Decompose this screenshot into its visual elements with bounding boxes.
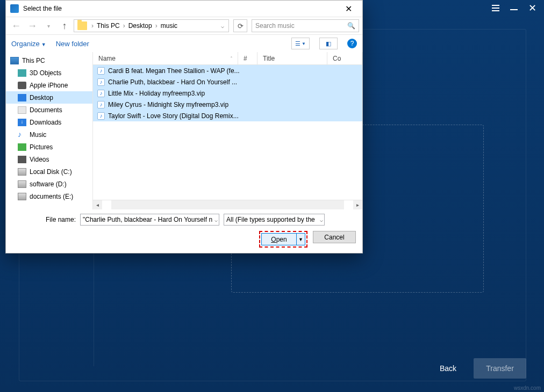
file-name: Little Mix - Holiday myfreemp3.vip: [108, 90, 205, 97]
tree-item-label: Downloads: [30, 119, 61, 126]
app-close-icon[interactable]: ✕: [528, 4, 536, 12]
nav-back-icon[interactable]: ←: [9, 19, 23, 33]
tree-item[interactable]: 3D Objects: [6, 67, 92, 79]
breadcrumb-dropdown-icon[interactable]: ⌵: [219, 23, 226, 29]
preview-pane-button[interactable]: ◧: [319, 38, 338, 49]
tree-item-label: Documents: [30, 106, 62, 114]
tree-item-label: 3D Objects: [30, 69, 61, 77]
search-input[interactable]: Search music 🔍: [252, 19, 359, 32]
watermark: wsxdn.com: [514, 385, 541, 391]
dialog-toolbar: Organize▼ New folder ☰▼ ◧ ?: [6, 35, 362, 52]
pc-icon: [10, 57, 19, 64]
file-row[interactable]: ♪Charlie Puth, blackbear - Hard On Yours…: [93, 76, 362, 88]
filetype-value: All (File types supported by the: [226, 216, 315, 223]
nav-up-icon[interactable]: ↑: [58, 19, 71, 33]
desk-icon: [18, 94, 26, 101]
tree-item[interactable]: ↓Downloads: [6, 116, 92, 128]
file-name: Charlie Puth, blackbear - Hard On Yourse…: [108, 78, 237, 86]
crumb-desktop[interactable]: Desktop: [126, 22, 154, 30]
file-name: Cardi B feat. Megan Thee Stallion - WAP …: [108, 67, 240, 75]
column-header-row: Nameˆ # Title Co: [93, 52, 362, 65]
column-co[interactable]: Co: [327, 52, 362, 64]
doc-icon: [18, 106, 26, 114]
filetype-dropdown-icon[interactable]: ⌵: [320, 217, 323, 223]
column-number[interactable]: #: [238, 52, 257, 64]
breadcrumb[interactable]: › This PC › Desktop › music ⌵: [74, 19, 229, 32]
column-name[interactable]: Nameˆ: [93, 52, 238, 64]
scroll-right-icon[interactable]: ▸: [353, 200, 362, 209]
nav-forward-icon[interactable]: →: [25, 19, 39, 33]
file-row[interactable]: ♪Taylor Swift - Love Story (Digital Dog …: [93, 110, 362, 121]
view-mode-button[interactable]: ☰▼: [291, 38, 310, 49]
tree-item-label: Videos: [30, 156, 49, 163]
refresh-button[interactable]: ⟳: [233, 19, 247, 32]
file-open-dialog: Select the file ✕ ← → ▾ ↑ › This PC › De…: [5, 0, 363, 253]
music-file-icon: ♪: [97, 101, 105, 108]
dialog-title: Select the file: [23, 5, 339, 12]
organize-menu[interactable]: Organize▼: [11, 40, 46, 48]
scroll-left-icon[interactable]: ◂: [93, 200, 102, 209]
column-title[interactable]: Title: [257, 52, 327, 64]
music-icon: ♪: [18, 131, 26, 139]
tree-item[interactable]: Documents: [6, 104, 92, 116]
new-folder-button[interactable]: New folder: [56, 40, 89, 48]
crumb-this-pc[interactable]: This PC: [95, 22, 122, 30]
help-button[interactable]: ?: [347, 39, 357, 48]
down-icon: ↓: [18, 119, 26, 126]
tree-item-label: Pictures: [30, 143, 53, 151]
horizontal-scrollbar[interactable]: ◂ ▸: [93, 200, 362, 209]
tree-item[interactable]: software (D:): [6, 178, 92, 190]
transfer-button[interactable]: Transfer: [474, 358, 526, 379]
filename-dropdown-icon[interactable]: ⌵: [214, 217, 218, 223]
tree-item[interactable]: Videos: [6, 153, 92, 165]
disk-icon: [18, 168, 26, 176]
cancel-button[interactable]: Cancel: [313, 231, 356, 243]
tree-item-label: Apple iPhone: [30, 82, 68, 89]
folder-tree[interactable]: This PC3D ObjectsApple iPhoneDesktopDocu…: [6, 52, 93, 209]
crumb-music[interactable]: music: [159, 22, 180, 30]
pic-icon: [18, 143, 26, 151]
disk-icon: [18, 180, 26, 188]
tree-item-label: Local Disk (C:): [30, 168, 72, 176]
vid-icon: [18, 156, 26, 163]
filetype-select[interactable]: All (File types supported by the ⌵: [224, 214, 325, 226]
filename-input[interactable]: "Charlie Puth, blackbear - Hard On Yours…: [80, 214, 219, 226]
nav-recent-dropdown[interactable]: ▾: [41, 19, 55, 33]
music-file-icon: ♪: [97, 67, 105, 75]
dialog-close-button[interactable]: ✕: [339, 1, 358, 16]
scroll-track[interactable]: [111, 200, 344, 209]
file-row[interactable]: ♪Little Mix - Holiday myfreemp3.vip: [93, 88, 362, 99]
filename-label: File name:: [11, 216, 76, 223]
file-name: Taylor Swift - Love Story (Digital Dog R…: [108, 112, 239, 120]
tree-item-label: This PC: [22, 57, 45, 64]
music-file-icon: ♪: [97, 112, 105, 120]
file-row[interactable]: ♪Cardi B feat. Megan Thee Stallion - WAP…: [93, 65, 362, 76]
app-titlebar: ✕: [484, 0, 544, 16]
list-view-icon[interactable]: [491, 4, 500, 12]
back-button[interactable]: Back: [430, 359, 466, 378]
open-button[interactable]: Open ▼: [261, 233, 305, 245]
tree-item-label: Music: [30, 131, 46, 139]
dialog-footer: File name: "Charlie Puth, blackbear - Ha…: [6, 209, 362, 253]
tree-item-label: documents (E:): [30, 193, 73, 200]
tree-item[interactable]: Apple iPhone: [6, 79, 92, 91]
dialog-app-icon: [10, 4, 19, 13]
filename-value: "Charlie Puth, blackbear - Hard On Yours…: [83, 216, 212, 223]
file-list-area: Nameˆ # Title Co ♪Cardi B feat. Megan Th…: [93, 52, 362, 209]
tree-item[interactable]: Desktop: [6, 91, 92, 104]
open-dropdown-icon[interactable]: ▼: [296, 234, 305, 245]
music-file-icon: ♪: [97, 90, 105, 97]
folder-icon: [77, 21, 87, 30]
dialog-titlebar: Select the file ✕: [6, 1, 362, 17]
tree-item-label: software (D:): [30, 180, 67, 188]
tree-item[interactable]: Pictures: [6, 141, 92, 153]
tree-item[interactable]: Local Disk (C:): [6, 165, 92, 178]
tree-item[interactable]: ♪Music: [6, 128, 92, 141]
open-button-highlight: Open ▼: [259, 231, 307, 248]
minimize-icon[interactable]: [510, 4, 518, 12]
tree-item[interactable]: This PC: [6, 54, 92, 67]
file-list[interactable]: ♪Cardi B feat. Megan Thee Stallion - WAP…: [93, 65, 362, 200]
disk-icon: [18, 193, 26, 200]
file-row[interactable]: ♪Miley Cyrus - Midnight Sky myfreemp3.vi…: [93, 99, 362, 110]
tree-item[interactable]: documents (E:): [6, 190, 92, 202]
